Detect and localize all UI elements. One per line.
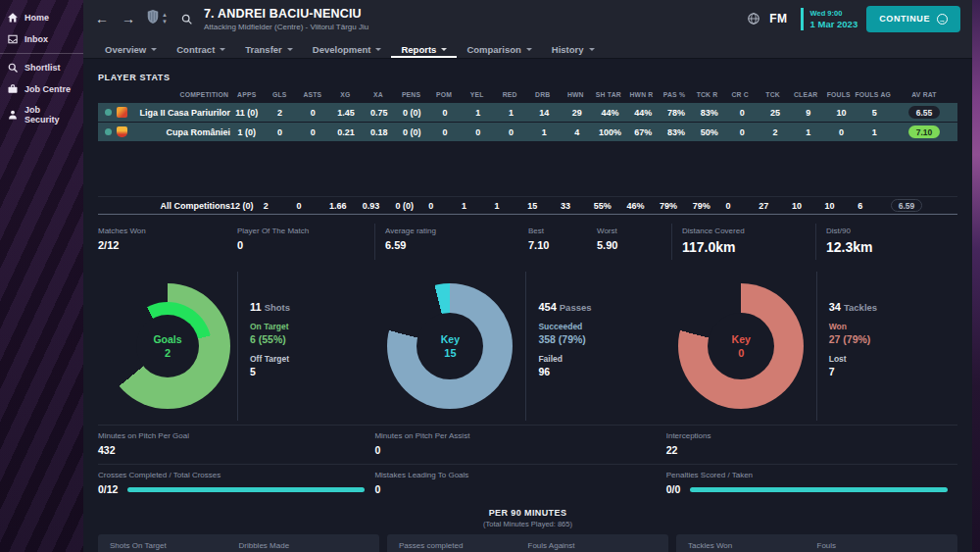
sidebar-item-label: Job Centre — [24, 84, 71, 94]
player-name: 7. ANDREI BACIU-NENCIU — [204, 7, 368, 21]
stat-cell: 1 — [527, 127, 561, 137]
shots-goals-stats: 11ShotsOn Target6 (55%)Off Target5 — [237, 272, 374, 421]
column-header: HWN R — [625, 88, 659, 102]
continue-button[interactable]: CONTINUE → — [866, 6, 960, 32]
per90-stat: Shots On Target0.62 — [110, 541, 239, 552]
donut-center-title: Key — [441, 333, 460, 345]
summary-stat: Distance Covered117.0km — [682, 224, 815, 260]
donut-center-label: Key0 — [678, 283, 804, 409]
per90-card: Shots On Target0.62Dribbles Made1.56 — [98, 534, 379, 552]
stat-cell: 0.75 — [363, 108, 396, 118]
progress-bar — [127, 487, 365, 492]
sidebar-item-job-security[interactable]: Job Security — [0, 100, 83, 129]
summary-stat: Matches Won2/12 — [98, 224, 237, 260]
detail-stat-value: 22 — [666, 444, 678, 456]
detail-row: Minutes on Pitch Per Goal432Minutes on P… — [98, 425, 957, 464]
column-header: COMPETITION — [98, 88, 230, 102]
club-cycle-icon: ▲▼ — [162, 12, 168, 25]
column-header: FOULS AG — [856, 88, 891, 102]
per90-stat-label: Fouls Against — [528, 541, 658, 550]
search-icon[interactable] — [180, 13, 193, 25]
per90-stat: Passes completed37.25 — [399, 541, 528, 552]
competition-name: Liga II Casa Pariurilor — [132, 108, 230, 118]
competition-cell: Cupa României — [98, 126, 230, 137]
stat-cell: 2 — [759, 127, 792, 137]
tab-contract[interactable]: Contract — [167, 37, 235, 58]
competition-row[interactable]: Cupa României1 (0)000.210.180 (0)0001410… — [98, 123, 957, 141]
forward-button[interactable]: → — [120, 12, 137, 25]
chart-column-tackles: Key034TacklesWon27 (79%)Lost7 — [666, 272, 957, 421]
window-edge-decor — [972, 0, 980, 552]
fm-logo: FM — [769, 12, 787, 25]
sidebar-item-shortlist[interactable]: Shortlist — [0, 57, 83, 78]
all-competitions-row: All Competitions12 (0)201.660.930 (0)011… — [98, 196, 957, 215]
column-header: FOULS — [822, 88, 856, 102]
donut-center-value: 0 — [738, 347, 744, 359]
liga-ii-logo — [117, 107, 127, 118]
chart-total-value: 454 — [538, 301, 556, 313]
stat-cell: 25 — [759, 108, 792, 118]
tab-history[interactable]: History — [542, 37, 605, 58]
rating-cell: 6.55 — [891, 106, 957, 119]
detail-stat-label: Crosses Completed / Total Crosses — [98, 471, 365, 479]
continue-arrow-icon: → — [937, 14, 948, 25]
chart-total: 454Passes — [538, 301, 665, 313]
stat-cell: 0 — [296, 201, 329, 211]
stat-cell: 10 — [792, 201, 825, 211]
donut-center-label: Goals2 — [105, 283, 230, 409]
average-rating-badge: 6.55 — [908, 106, 940, 119]
stat-cell: 0 (0) — [396, 201, 429, 211]
chart-segment-label: Succeeded — [538, 322, 665, 331]
column-header: ASTS — [296, 88, 329, 102]
competition-cell: All Competitions — [98, 201, 230, 211]
club-badge-selector[interactable]: ▲▼ — [146, 9, 168, 28]
sidebar-item-inbox[interactable]: Inbox — [0, 28, 83, 50]
tab-transfer[interactable]: Transfer — [235, 37, 303, 58]
tab-development[interactable]: Development — [303, 37, 392, 58]
summary-stat-value: 2/12 — [98, 239, 237, 251]
detail-stat: Minutes on Pitch Per Assist0 — [374, 425, 665, 464]
chart-segment-value: 6 (55%) — [250, 333, 374, 345]
chart-segment-value: 27 (79%) — [829, 333, 957, 345]
summary-stat: Player Of The Match0 — [237, 224, 374, 260]
per90-card: Passes completed37.25Fouls Against0.62 — [387, 534, 668, 552]
detail-stats: Minutes on Pitch Per Goal432Minutes on P… — [98, 425, 957, 503]
tab-reports[interactable]: Reports — [391, 37, 457, 58]
stat-cell: 0.93 — [363, 201, 396, 211]
stat-cell: 0 (0) — [396, 108, 429, 118]
per90-stat-label: Fouls — [817, 541, 947, 550]
stat-cell: 0 — [462, 127, 495, 137]
competition-row[interactable]: Liga II Casa Pariurilor11 (0)201.450.750… — [98, 103, 957, 122]
stat-cell: 0 — [726, 127, 760, 137]
stat-cell: 83% — [693, 108, 726, 118]
chart-segment-value: 358 (79%) — [538, 333, 665, 345]
summary-stat-value: 12.3km — [826, 239, 920, 255]
globe-icon[interactable] — [747, 12, 760, 25]
tab-overview[interactable]: Overview — [95, 37, 167, 58]
summary-strip: Matches Won2/12Player Of The Match0Avera… — [98, 224, 957, 260]
per90-stat-label: Passes completed — [399, 541, 528, 550]
chart-segment-value: 7 — [829, 366, 957, 377]
competition-name: Cupa României — [132, 127, 230, 137]
stat-cell: 0 — [264, 127, 297, 137]
stat-cell: 33 — [561, 201, 594, 211]
stat-cell: 67% — [626, 127, 660, 137]
section-title: PLAYER STATS — [98, 73, 957, 82]
detail-stat: Minutes on Pitch Per Goal432 — [98, 425, 374, 464]
back-button[interactable]: ← — [93, 12, 111, 25]
stat-cell: 0 — [726, 108, 760, 118]
stat-cell: 0.21 — [329, 127, 363, 137]
rating-cell: 6.59 — [891, 199, 957, 212]
chart-total: 11Shots — [250, 301, 374, 313]
column-header: RED — [493, 88, 526, 102]
sidebar-item-label: Job Security — [24, 105, 76, 125]
detail-stat: Crosses Completed / Total Crosses0/12 — [98, 464, 374, 503]
detail-stat-value: 432 — [98, 444, 116, 456]
sidebar-item-home[interactable]: Home — [0, 7, 83, 28]
search-icon — [7, 62, 19, 74]
stat-cell: 55% — [594, 201, 627, 211]
per90-header: PER 90 MINUTES (Total Minutes Played: 86… — [98, 508, 957, 528]
sidebar-item-job-centre[interactable]: Job Centre — [0, 78, 83, 100]
tab-comparison[interactable]: Comparison — [457, 37, 541, 58]
sidebar-item-label: Home — [24, 13, 49, 23]
